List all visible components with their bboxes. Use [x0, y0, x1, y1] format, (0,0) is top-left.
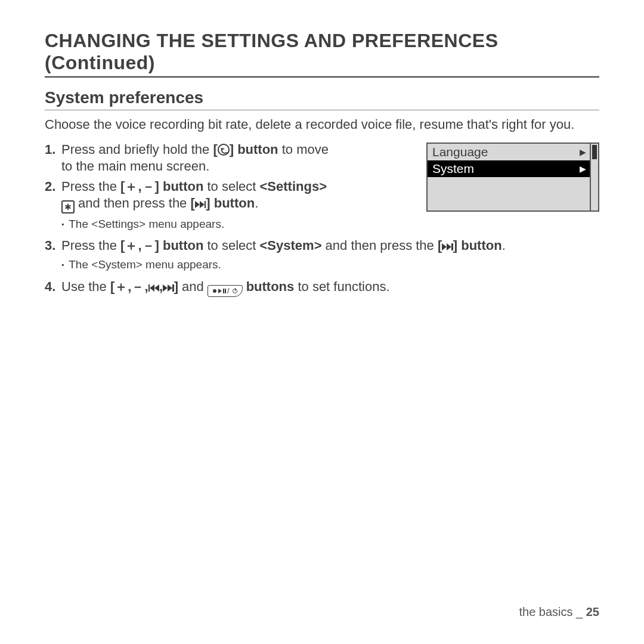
- page-number: 25: [586, 605, 599, 618]
- page-footer: the basics _ 25: [519, 605, 599, 619]
- text: Press the: [61, 179, 120, 194]
- device-screen: Language ▶ System ▶: [426, 143, 599, 212]
- text: button: [159, 238, 204, 253]
- settings-icon: ✱: [61, 200, 75, 213]
- plus-icon: ＋: [114, 279, 128, 294]
- minus-icon: －: [142, 179, 155, 194]
- bracket: ]: [155, 179, 159, 194]
- text: Press and briefly hold the: [61, 142, 213, 157]
- chevron-right-icon: ▶: [580, 147, 586, 157]
- step-number: 3.: [45, 237, 61, 254]
- text: .: [502, 238, 506, 253]
- plus-icon: ＋: [125, 179, 138, 194]
- text: and: [178, 279, 208, 294]
- prev-icon: [148, 284, 160, 292]
- play-pause-power-icon: /: [208, 285, 243, 297]
- section-title: System preferences: [45, 88, 599, 110]
- bracket: [: [438, 238, 442, 253]
- bracket: [: [190, 196, 194, 210]
- menu-item-system: System ▶: [428, 160, 590, 177]
- text: <System>: [260, 238, 322, 253]
- step-number: 2.: [45, 178, 61, 213]
- text: button: [457, 238, 502, 253]
- text: buttons: [246, 279, 295, 294]
- text: Use the: [61, 279, 110, 294]
- chevron-right-icon: ▶: [580, 164, 586, 174]
- step-number: 4.: [45, 278, 61, 297]
- step-3-note: The <System> menu appears.: [61, 258, 599, 272]
- bracket: [: [213, 142, 217, 157]
- text: button: [234, 142, 278, 157]
- text: and then press the: [321, 238, 437, 253]
- text: button: [210, 196, 255, 210]
- text: to set functions.: [294, 279, 389, 294]
- text: button: [159, 179, 204, 194]
- menu-label: Language: [432, 145, 488, 159]
- next-icon: [442, 243, 453, 250]
- back-icon: [218, 144, 230, 156]
- menu-item-language: Language ▶: [428, 144, 590, 160]
- text: <Settings>: [260, 179, 327, 194]
- text: and then press the: [75, 196, 190, 210]
- menu-empty: [428, 177, 590, 210]
- bracket: ]: [155, 238, 159, 253]
- page-title: CHANGING THE SETTINGS AND PREFERENCES (C…: [45, 30, 599, 78]
- scrollbar: [590, 144, 598, 210]
- step-3: 3. Press the [＋,－] button to select <Sys…: [45, 237, 599, 254]
- minus-icon: －: [131, 279, 144, 294]
- text: to select: [203, 238, 259, 253]
- text: Press the: [61, 238, 120, 253]
- menu-label: System: [432, 162, 474, 176]
- intro-text: Choose the voice recording bit rate, del…: [45, 116, 599, 133]
- step-number: 1.: [45, 141, 61, 175]
- bracket: ]: [453, 238, 457, 253]
- text: to select: [203, 179, 259, 194]
- text: .: [255, 196, 258, 210]
- bracket: ]: [174, 279, 178, 294]
- minus-icon: －: [142, 238, 155, 253]
- next-icon: [163, 284, 174, 292]
- step-4: 4. Use the [＋,－,,] and / buttons to set …: [45, 278, 599, 297]
- bracket: ]: [230, 142, 234, 157]
- plus-icon: ＋: [125, 238, 138, 253]
- footer-section: the basics _: [519, 605, 583, 618]
- next-icon: [195, 201, 206, 208]
- bracket: ]: [206, 196, 210, 210]
- step-2-note: The <Settings> menu appears.: [61, 217, 599, 231]
